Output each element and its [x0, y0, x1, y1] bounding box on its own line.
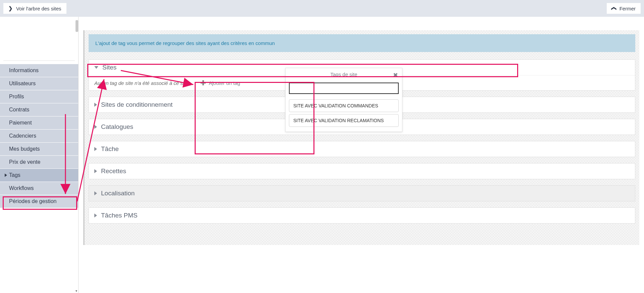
plus-icon: ✚ [200, 80, 206, 86]
sidebar-item-cadenciers[interactable]: Cadenciers [0, 129, 78, 142]
scroll-thumb[interactable] [76, 20, 78, 32]
caret-right-icon [94, 169, 97, 173]
add-tag-label: Ajouter un tag [209, 80, 240, 86]
section-header-tache[interactable]: Tâche [89, 141, 635, 157]
scroll-down-icon[interactable]: ▾ [74, 289, 78, 293]
section-recettes: Recettes [89, 163, 635, 179]
chevron-right-icon: ❯ [8, 5, 13, 11]
sidebar-item-label: Contrats [9, 107, 29, 113]
sidebar-item-workflows[interactable]: Workflows [0, 182, 78, 195]
sidebar-item-label: Informations [9, 67, 39, 74]
section-title: Catalogues [101, 123, 133, 131]
sidebar: Informations Utilisateurs Profils Contra… [0, 17, 79, 293]
see-site-tree-label: Voir l'arbre des sites [16, 6, 61, 11]
tag-option[interactable]: SITE AVEC VALIDATION COMMANDES [289, 99, 399, 112]
section-title: Recettes [101, 167, 126, 175]
section-title: Localisation [101, 190, 135, 197]
sidebar-item-label: Utilisateurs [9, 81, 36, 87]
add-tag-button[interactable]: ✚ Ajouter un tag [200, 80, 240, 86]
sidebar-item-tags[interactable]: Tags [0, 168, 78, 182]
sidebar-item-label: Périodes de gestion [9, 198, 56, 204]
section-localisation: Localisation [89, 185, 635, 201]
caret-right-icon [94, 213, 97, 217]
tag-option[interactable]: SITE AVEC VALIDATION RECLAMATIONS [289, 114, 399, 127]
see-site-tree-button[interactable]: ❯ Voir l'arbre des sites [3, 3, 66, 14]
main-inner: L'ajout de tag vous permet de regrouper … [83, 30, 639, 245]
sidebar-item-informations[interactable]: Informations [0, 64, 78, 77]
tag-search-input[interactable] [289, 83, 399, 94]
caret-right-icon [94, 191, 97, 195]
sidebar-item-label: Tags [9, 172, 20, 178]
sidebar-item-label: Prix de vente [9, 159, 40, 165]
sidebar-item-label: Paiement [9, 120, 32, 126]
close-icon[interactable]: ✖ [393, 71, 398, 79]
sidebar-item-profils[interactable]: Profils [0, 90, 78, 103]
sidebar-item-label: Cadenciers [9, 133, 36, 139]
tag-popup-header: Tags de site ✖ [286, 68, 402, 81]
close-label: Fermer [620, 6, 636, 11]
sidebar-item-contrats[interactable]: Contrats [0, 103, 78, 116]
section-header-localisation[interactable]: Localisation [89, 186, 635, 201]
sidebar-item-label: Mes budgets [9, 146, 40, 152]
sidebar-item-prix-de-vente[interactable]: Prix de vente [0, 155, 78, 168]
sidebar-item-label: Profils [9, 94, 24, 100]
sidebar-item-utilisateurs[interactable]: Utilisateurs [0, 77, 78, 90]
topbar: ❯ Voir l'arbre des sites ❮ Fermer [0, 0, 644, 17]
sidebar-item-periodes-de-gestion[interactable]: Périodes de gestion [0, 195, 78, 208]
tag-option-label: SITE AVEC VALIDATION COMMANDES [293, 103, 378, 108]
info-banner-text: L'ajout de tag vous permet de regrouper … [95, 40, 275, 46]
main-area: L'ajout de tag vous permet de regrouper … [79, 17, 644, 293]
section-taches-pms: Tâches PMS [89, 207, 635, 224]
no-tag-text: Aucun tag de site n'a été associé à ce s… [94, 80, 192, 86]
caret-right-icon [94, 103, 97, 107]
close-button[interactable]: ❮ Fermer [607, 3, 641, 14]
section-tache: Tâche [89, 141, 635, 157]
section-title: Sites de conditionnement [101, 101, 172, 108]
sidebar-item-label: Workflows [9, 185, 34, 191]
tag-popup-title: Tags de site [330, 71, 357, 77]
caret-down-icon [94, 66, 98, 69]
tag-popup: Tags de site ✖ SITE AVEC VALIDATION COMM… [285, 68, 402, 132]
sidebar-item-paiement[interactable]: Paiement [0, 116, 78, 129]
section-header-taches-pms[interactable]: Tâches PMS [89, 208, 635, 223]
caret-right-icon [5, 174, 7, 177]
caret-right-icon [94, 125, 97, 129]
tag-option-label: SITE AVEC VALIDATION RECLAMATIONS [293, 118, 384, 123]
sidebar-divider [3, 60, 75, 61]
sidebar-scrollbar[interactable]: ▾ [75, 17, 78, 293]
sidebar-item-mes-budgets[interactable]: Mes budgets [0, 142, 78, 155]
caret-right-icon [94, 147, 97, 151]
info-banner: L'ajout de tag vous permet de regrouper … [89, 34, 635, 52]
section-title: Tâches PMS [101, 212, 138, 219]
chevron-up-icon: ❮ [611, 6, 617, 11]
section-header-recettes[interactable]: Recettes [89, 163, 635, 179]
section-title: Tâche [101, 145, 119, 153]
section-title: Sites [102, 64, 116, 71]
